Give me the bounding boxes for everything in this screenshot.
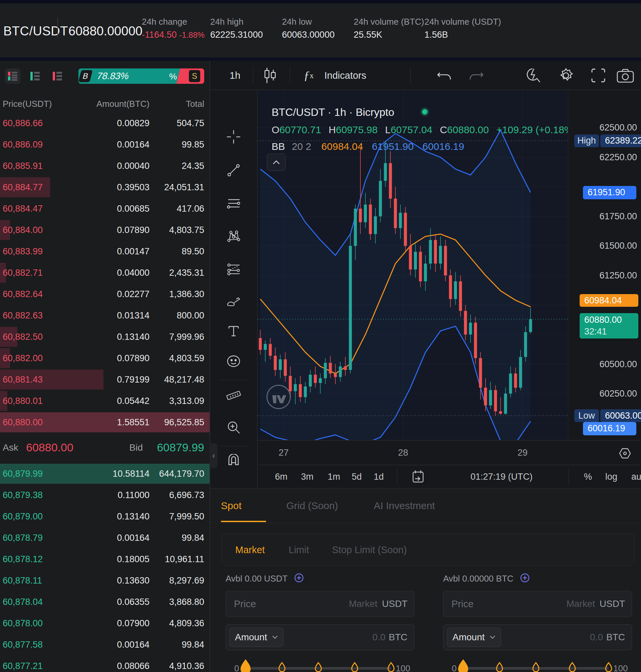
orderbook-bid-row[interactable]: 60,878.790.0016499.84 <box>0 527 209 549</box>
orderbook-view-both-icon[interactable] <box>5 68 21 84</box>
candle-style-icon[interactable] <box>263 61 277 90</box>
camera-icon[interactable] <box>616 61 635 90</box>
trend-line-icon[interactable] <box>226 163 241 178</box>
slider-thumb[interactable] <box>457 659 469 672</box>
zoom-in-icon[interactable] <box>226 420 241 435</box>
cell-price: 60,878.00 <box>3 618 43 629</box>
orderbook-ask-row[interactable]: 60,883.990.0014789.50 <box>0 241 209 262</box>
orderbook-ask-row[interactable]: 60,886.090.0016499.85 <box>0 134 209 155</box>
orderbook-ask-row[interactable]: 60,882.640.022771,386.30 <box>0 283 209 305</box>
emoji-icon[interactable] <box>226 354 241 368</box>
orderbook-ask-row[interactable]: 60,882.000.078904,803.59 <box>0 348 209 369</box>
range-3m[interactable]: 3m <box>301 465 314 488</box>
cell-price: 60,882.71 <box>3 268 43 278</box>
orderbook-ask-row[interactable]: 60,886.660.00829504.75 <box>0 112 209 134</box>
orderbook-bid-row[interactable]: 60,878.110.136308,297.69 <box>0 570 209 591</box>
orderbook-bid-row[interactable]: 60,877.210.080664,910.36 <box>0 655 209 672</box>
orderbook-ask-row[interactable]: 60,880.010.054423,313.09 <box>0 390 209 412</box>
orderbook-ask-row[interactable]: 60,880.001.5855196,525.85 <box>0 412 209 433</box>
chart-legend-title[interactable]: BTC/USDT · 1h · Bicrypto <box>272 106 394 119</box>
magnet-icon[interactable] <box>226 454 241 469</box>
go-to-date-icon[interactable] <box>411 465 425 488</box>
tab-ai-investment[interactable]: AI Investment <box>374 498 435 513</box>
slider-thumb[interactable] <box>239 659 252 672</box>
undo-icon[interactable] <box>437 61 452 90</box>
slider-step-marker[interactable] <box>314 662 323 672</box>
ruler-icon[interactable] <box>226 388 241 403</box>
chart-pane[interactable]: BTC/USDT · 1h · Bicrypto O60770.71 H6097… <box>258 90 568 440</box>
price-tick: 61500.00 <box>599 241 637 251</box>
orderbook-ask-row[interactable]: 60,885.910.0004024.35 <box>0 155 209 177</box>
legend-collapse-button[interactable] <box>267 153 286 171</box>
slider-step-marker[interactable] <box>387 662 395 672</box>
deposit-icon[interactable] <box>520 573 530 583</box>
range-5d[interactable]: 5d <box>352 465 362 488</box>
mode-limit[interactable]: Limit <box>289 534 309 566</box>
slider-step-marker[interactable] <box>568 662 577 672</box>
axis-settings-icon[interactable] <box>618 447 632 460</box>
drawing-toolbar <box>210 90 258 488</box>
orderbook-ask-row[interactable]: 60,884.470.00685417.06 <box>0 198 209 219</box>
fullscreen-icon[interactable] <box>590 61 606 90</box>
percent-scale-button[interactable]: % <box>584 465 592 488</box>
brush-icon[interactable] <box>226 293 241 308</box>
buy-amount-dropdown[interactable]: Amount <box>229 628 284 647</box>
orderbook-ask-row[interactable]: 60,884.770.3950324,051.31 <box>0 177 209 198</box>
quick-search-icon[interactable] <box>524 61 542 90</box>
mode-stop-limit[interactable]: Stop Limit (Soon) <box>332 534 407 566</box>
interval-button[interactable]: 1h <box>230 61 240 90</box>
auto-scale-button[interactable]: auto <box>631 465 641 488</box>
slider-step-marker[interactable] <box>278 662 286 672</box>
sell-price-field[interactable]: Price Market USDT <box>443 591 632 617</box>
slider-step-marker[interactable] <box>495 662 504 672</box>
orderbook-bid-row[interactable]: 60,879.9910.58114644,179.70 <box>0 463 209 484</box>
range-6m[interactable]: 6m <box>275 465 288 488</box>
fx-icon[interactable]: ƒx <box>304 61 314 90</box>
time-axis[interactable]: 272829 <box>258 440 641 465</box>
mode-market[interactable]: Market <box>235 534 265 566</box>
deposit-icon[interactable] <box>294 573 304 583</box>
range-1d[interactable]: 1d <box>374 465 384 488</box>
sell-amount-field[interactable]: Amount 0.0 BTC <box>443 624 632 650</box>
range-1m[interactable]: 1m <box>328 465 340 488</box>
collapse-panel-handle[interactable]: ‹ <box>209 443 218 468</box>
orderbook-ask-row[interactable]: 60,882.630.01314800.00 <box>0 305 209 326</box>
buy-amount-field[interactable]: Amount 0.0 BTC <box>226 624 414 650</box>
orderbook-ask-row[interactable]: 60,884.000.078904,803.75 <box>0 219 209 241</box>
tab-spot[interactable]: Spot <box>221 498 242 513</box>
orderbook-bid-row[interactable]: 60,878.000.079004,809.36 <box>0 613 209 634</box>
horizontal-lines-icon[interactable] <box>226 196 241 211</box>
orderbook-bid-row[interactable]: 60,878.120.1800510,961.11 <box>0 549 209 570</box>
sell-amount-dropdown[interactable]: Amount <box>447 628 501 647</box>
settings-gear-icon[interactable] <box>557 61 575 90</box>
slider-step-marker[interactable] <box>604 662 613 672</box>
orderbook-ask-row[interactable]: 60,882.500.131407,999.96 <box>0 326 209 348</box>
orderbook-bid-row[interactable]: 60,879.380.110006,696.73 <box>0 484 209 506</box>
slider-step-marker[interactable] <box>350 662 359 672</box>
clock-utc[interactable]: 01:27:19 (UTC) <box>470 465 533 488</box>
orderbook-bid-row[interactable]: 60,878.040.063553,868.80 <box>0 591 209 613</box>
tab-grid[interactable]: Grid (Soon) <box>286 498 338 513</box>
orderbook-bid-row[interactable]: 60,879.000.131407,999.50 <box>0 506 209 527</box>
slider-step-marker[interactable] <box>532 662 540 672</box>
projection-icon[interactable] <box>226 261 241 276</box>
last-price-badge: 60880.0032:41 <box>579 313 638 338</box>
orderbook-view-bids-icon[interactable] <box>27 68 43 84</box>
bb-legend[interactable]: BB 20 2 60984.04 61951.90 60016.19 <box>272 141 464 152</box>
price-axis[interactable]: 62500.0062250.0061750.0061500.0061250.00… <box>568 90 641 440</box>
orderbook-ask-row[interactable]: 60,882.710.040002,435.31 <box>0 262 209 283</box>
redo-icon[interactable] <box>469 61 483 90</box>
pair-title[interactable]: BTC/USDT <box>3 24 68 38</box>
log-scale-button[interactable]: log <box>605 465 617 488</box>
sell-amount-value: 0.0 <box>590 632 603 643</box>
buy-price-field[interactable]: Price Market USDT <box>226 591 414 617</box>
orderbook-view-asks-icon[interactable] <box>50 68 65 84</box>
xabcd-pattern-icon[interactable] <box>226 229 241 244</box>
orderbook-bid-row[interactable]: 60,877.580.0016499.84 <box>0 634 209 655</box>
tradingview-logo[interactable] <box>265 384 292 411</box>
text-tool-icon[interactable] <box>226 324 241 338</box>
trading-terminal: BTC/USDT 60880.00000 24h change-1164.50 … <box>0 0 641 672</box>
crosshair-icon[interactable] <box>226 130 241 144</box>
indicators-button[interactable]: Indicators <box>324 61 366 90</box>
orderbook-ask-row[interactable]: 60,881.430.7919948,217.48 <box>0 369 209 390</box>
